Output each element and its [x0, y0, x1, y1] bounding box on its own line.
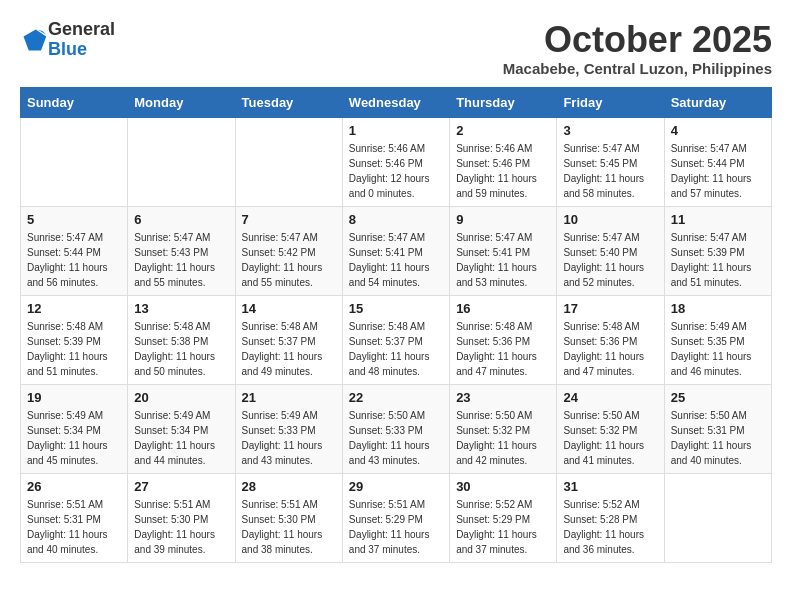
calendar-cell [235, 117, 342, 206]
calendar-cell: 7Sunrise: 5:47 AMSunset: 5:42 PMDaylight… [235, 206, 342, 295]
calendar-cell: 15Sunrise: 5:48 AMSunset: 5:37 PMDayligh… [342, 295, 449, 384]
weekday-header-cell: Friday [557, 87, 664, 117]
day-number: 15 [349, 301, 443, 316]
day-number: 2 [456, 123, 550, 138]
calendar-week-row: 26Sunrise: 5:51 AMSunset: 5:31 PMDayligh… [21, 473, 772, 562]
day-number: 4 [671, 123, 765, 138]
calendar-week-row: 19Sunrise: 5:49 AMSunset: 5:34 PMDayligh… [21, 384, 772, 473]
calendar-cell [664, 473, 771, 562]
day-info: Sunrise: 5:51 AMSunset: 5:31 PMDaylight:… [27, 497, 121, 557]
calendar-cell: 29Sunrise: 5:51 AMSunset: 5:29 PMDayligh… [342, 473, 449, 562]
day-info: Sunrise: 5:48 AMSunset: 5:36 PMDaylight:… [456, 319, 550, 379]
day-number: 11 [671, 212, 765, 227]
calendar-cell: 27Sunrise: 5:51 AMSunset: 5:30 PMDayligh… [128, 473, 235, 562]
day-info: Sunrise: 5:51 AMSunset: 5:30 PMDaylight:… [242, 497, 336, 557]
weekday-header-cell: Wednesday [342, 87, 449, 117]
calendar-title: October 2025 [503, 20, 772, 60]
day-info: Sunrise: 5:47 AMSunset: 5:39 PMDaylight:… [671, 230, 765, 290]
weekday-header-cell: Monday [128, 87, 235, 117]
calendar-cell: 16Sunrise: 5:48 AMSunset: 5:36 PMDayligh… [450, 295, 557, 384]
calendar-cell: 31Sunrise: 5:52 AMSunset: 5:28 PMDayligh… [557, 473, 664, 562]
calendar-body: 1Sunrise: 5:46 AMSunset: 5:46 PMDaylight… [21, 117, 772, 562]
calendar-cell: 23Sunrise: 5:50 AMSunset: 5:32 PMDayligh… [450, 384, 557, 473]
weekday-header-cell: Sunday [21, 87, 128, 117]
day-info: Sunrise: 5:52 AMSunset: 5:28 PMDaylight:… [563, 497, 657, 557]
calendar-cell: 19Sunrise: 5:49 AMSunset: 5:34 PMDayligh… [21, 384, 128, 473]
calendar-cell: 18Sunrise: 5:49 AMSunset: 5:35 PMDayligh… [664, 295, 771, 384]
day-info: Sunrise: 5:48 AMSunset: 5:37 PMDaylight:… [349, 319, 443, 379]
header: General Blue October 2025 Macabebe, Cent… [20, 20, 772, 77]
day-number: 7 [242, 212, 336, 227]
calendar-cell: 11Sunrise: 5:47 AMSunset: 5:39 PMDayligh… [664, 206, 771, 295]
day-info: Sunrise: 5:47 AMSunset: 5:41 PMDaylight:… [349, 230, 443, 290]
logo: General Blue [20, 20, 115, 60]
calendar-week-row: 5Sunrise: 5:47 AMSunset: 5:44 PMDaylight… [21, 206, 772, 295]
day-number: 20 [134, 390, 228, 405]
day-info: Sunrise: 5:48 AMSunset: 5:36 PMDaylight:… [563, 319, 657, 379]
day-number: 28 [242, 479, 336, 494]
calendar-cell: 24Sunrise: 5:50 AMSunset: 5:32 PMDayligh… [557, 384, 664, 473]
weekday-header-cell: Thursday [450, 87, 557, 117]
calendar-cell: 28Sunrise: 5:51 AMSunset: 5:30 PMDayligh… [235, 473, 342, 562]
day-number: 26 [27, 479, 121, 494]
day-number: 9 [456, 212, 550, 227]
day-info: Sunrise: 5:51 AMSunset: 5:30 PMDaylight:… [134, 497, 228, 557]
logo-icon [20, 26, 48, 54]
day-info: Sunrise: 5:48 AMSunset: 5:38 PMDaylight:… [134, 319, 228, 379]
calendar-cell: 9Sunrise: 5:47 AMSunset: 5:41 PMDaylight… [450, 206, 557, 295]
calendar-cell: 2Sunrise: 5:46 AMSunset: 5:46 PMDaylight… [450, 117, 557, 206]
weekday-header: SundayMondayTuesdayWednesdayThursdayFrid… [21, 87, 772, 117]
day-number: 27 [134, 479, 228, 494]
day-info: Sunrise: 5:51 AMSunset: 5:29 PMDaylight:… [349, 497, 443, 557]
day-info: Sunrise: 5:50 AMSunset: 5:31 PMDaylight:… [671, 408, 765, 468]
calendar-cell: 6Sunrise: 5:47 AMSunset: 5:43 PMDaylight… [128, 206, 235, 295]
calendar-week-row: 12Sunrise: 5:48 AMSunset: 5:39 PMDayligh… [21, 295, 772, 384]
day-info: Sunrise: 5:47 AMSunset: 5:40 PMDaylight:… [563, 230, 657, 290]
day-number: 17 [563, 301, 657, 316]
day-info: Sunrise: 5:47 AMSunset: 5:42 PMDaylight:… [242, 230, 336, 290]
title-area: October 2025 Macabebe, Central Luzon, Ph… [503, 20, 772, 77]
day-number: 29 [349, 479, 443, 494]
day-number: 19 [27, 390, 121, 405]
calendar-cell: 14Sunrise: 5:48 AMSunset: 5:37 PMDayligh… [235, 295, 342, 384]
day-number: 23 [456, 390, 550, 405]
logo-general: General [48, 19, 115, 39]
day-info: Sunrise: 5:46 AMSunset: 5:46 PMDaylight:… [456, 141, 550, 201]
day-info: Sunrise: 5:50 AMSunset: 5:32 PMDaylight:… [563, 408, 657, 468]
day-number: 22 [349, 390, 443, 405]
day-number: 24 [563, 390, 657, 405]
day-info: Sunrise: 5:49 AMSunset: 5:34 PMDaylight:… [27, 408, 121, 468]
calendar-week-row: 1Sunrise: 5:46 AMSunset: 5:46 PMDaylight… [21, 117, 772, 206]
calendar-cell [21, 117, 128, 206]
day-number: 13 [134, 301, 228, 316]
calendar-cell [128, 117, 235, 206]
weekday-header-cell: Tuesday [235, 87, 342, 117]
day-number: 16 [456, 301, 550, 316]
calendar-cell: 26Sunrise: 5:51 AMSunset: 5:31 PMDayligh… [21, 473, 128, 562]
day-info: Sunrise: 5:47 AMSunset: 5:44 PMDaylight:… [27, 230, 121, 290]
calendar-cell: 22Sunrise: 5:50 AMSunset: 5:33 PMDayligh… [342, 384, 449, 473]
day-number: 10 [563, 212, 657, 227]
calendar-cell: 25Sunrise: 5:50 AMSunset: 5:31 PMDayligh… [664, 384, 771, 473]
day-info: Sunrise: 5:50 AMSunset: 5:33 PMDaylight:… [349, 408, 443, 468]
day-info: Sunrise: 5:49 AMSunset: 5:34 PMDaylight:… [134, 408, 228, 468]
day-number: 31 [563, 479, 657, 494]
day-number: 25 [671, 390, 765, 405]
calendar-cell: 30Sunrise: 5:52 AMSunset: 5:29 PMDayligh… [450, 473, 557, 562]
calendar-cell: 5Sunrise: 5:47 AMSunset: 5:44 PMDaylight… [21, 206, 128, 295]
day-number: 18 [671, 301, 765, 316]
calendar-cell: 10Sunrise: 5:47 AMSunset: 5:40 PMDayligh… [557, 206, 664, 295]
day-number: 6 [134, 212, 228, 227]
day-info: Sunrise: 5:48 AMSunset: 5:37 PMDaylight:… [242, 319, 336, 379]
day-info: Sunrise: 5:47 AMSunset: 5:41 PMDaylight:… [456, 230, 550, 290]
day-info: Sunrise: 5:48 AMSunset: 5:39 PMDaylight:… [27, 319, 121, 379]
weekday-header-cell: Saturday [664, 87, 771, 117]
calendar-cell: 8Sunrise: 5:47 AMSunset: 5:41 PMDaylight… [342, 206, 449, 295]
calendar-cell: 21Sunrise: 5:49 AMSunset: 5:33 PMDayligh… [235, 384, 342, 473]
calendar-cell: 12Sunrise: 5:48 AMSunset: 5:39 PMDayligh… [21, 295, 128, 384]
calendar-subtitle: Macabebe, Central Luzon, Philippines [503, 60, 772, 77]
day-info: Sunrise: 5:50 AMSunset: 5:32 PMDaylight:… [456, 408, 550, 468]
calendar-cell: 17Sunrise: 5:48 AMSunset: 5:36 PMDayligh… [557, 295, 664, 384]
day-info: Sunrise: 5:47 AMSunset: 5:45 PMDaylight:… [563, 141, 657, 201]
day-info: Sunrise: 5:52 AMSunset: 5:29 PMDaylight:… [456, 497, 550, 557]
